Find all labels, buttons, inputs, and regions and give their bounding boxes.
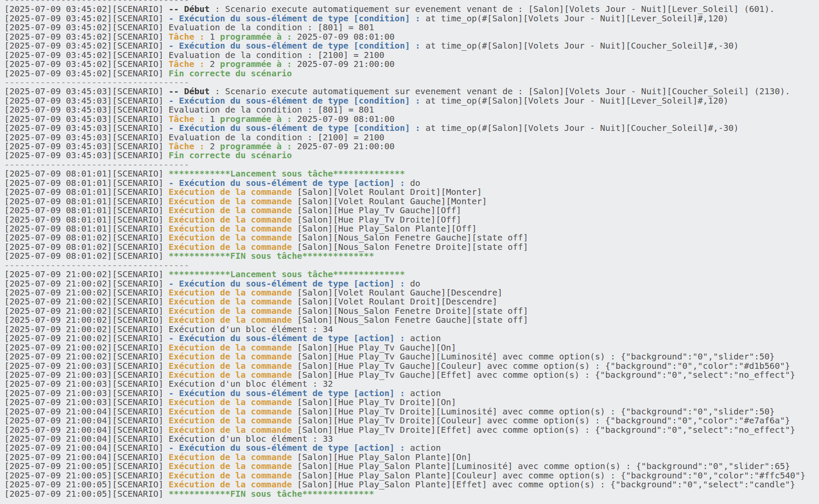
log-segment-d: 2025-07-09 21:00:00	[297, 59, 395, 69]
log-line: [2025-07-09 21:00:03][SCENARIO] Exécutio…	[4, 362, 805, 371]
log-segment-d: [2025-07-09 21:00:04][SCENARIO]	[4, 425, 168, 435]
log-line: [2025-07-09 21:00:04][SCENARIO] Exécutio…	[4, 453, 805, 462]
log-segment-d: [2025-07-09 21:00:05][SCENARIO]	[4, 489, 168, 499]
log-line: [2025-07-09 21:00:02][SCENARIO] Exécutio…	[4, 288, 805, 297]
log-segment-d: [Salon][Nous_Salon Fenetre Droite][state…	[297, 242, 528, 252]
scenario-log-view[interactable]: ------------------------------------[202…	[4, 0, 805, 498]
log-line: [2025-07-09 03:45:03][SCENARIO] - Exécut…	[4, 124, 805, 133]
log-line: [2025-07-09 03:45:02][SCENARIO] Evaluati…	[4, 51, 805, 60]
log-segment-d: [2025-07-09 21:00:02][SCENARIO]	[4, 324, 168, 334]
log-segment-d: [Salon][Hue Play_Salon Plante][On]	[297, 452, 471, 462]
log-segment-d: [2025-07-09 03:45:03][SCENARIO]	[4, 123, 168, 133]
log-segment-d: [Salon][Hue Play_Salon Plante][Off]	[297, 223, 476, 234]
log-line: [2025-07-09 21:00:05][SCENARIO] Exécutio…	[4, 471, 805, 480]
log-segment-d: [Salon][Volet Roulant Droit][Monter]	[297, 187, 482, 197]
log-segment-d: [2025-07-09 03:45:02][SCENARIO]	[4, 41, 168, 51]
log-segment-d: [2025-07-09 03:45:02][SCENARIO]	[4, 68, 168, 78]
log-line: [2025-07-09 21:00:03][SCENARIO] Exécutio…	[4, 371, 805, 379]
log-segment-o: Exécution de la commande	[168, 287, 297, 298]
log-line: [2025-07-09 21:00:04][SCENARIO] Exécutio…	[4, 416, 805, 425]
log-segment-d: [2025-07-09 03:45:03][SCENARIO]	[4, 150, 168, 160]
log-line: [2025-07-09 08:01:01][SCENARIO] Exécutio…	[4, 215, 805, 224]
log-segment-d: 1	[210, 114, 220, 124]
log-segment-d: [2025-07-09 21:00:04][SCENARIO]	[4, 434, 168, 444]
log-segment-d: action	[410, 388, 441, 398]
log-line: [2025-07-09 21:00:03][SCENARIO] - Exécut…	[4, 389, 805, 398]
log-segment-d: 2025-07-09 08:01:00	[297, 114, 395, 124]
log-segment-d: [Salon][Hue Play_Tv Gauche][Luminosité] …	[297, 351, 775, 362]
log-line: [2025-07-09 03:45:02][SCENARIO] Tâche : …	[4, 60, 805, 69]
log-segment-d: Evaluation de la condition : [801] = 801	[168, 22, 374, 32]
log-segment-o: Exécution de la commande	[168, 232, 297, 243]
log-line: [2025-07-09 03:45:02][SCENARIO] Evaluati…	[4, 23, 805, 32]
log-segment-o: Tâche :	[168, 114, 209, 124]
log-segment-g: ************Lancement sous tâche********…	[168, 269, 405, 279]
log-line: [2025-07-09 21:00:03][SCENARIO] Exécutio…	[4, 379, 805, 388]
log-segment-d: [2025-07-09 21:00:05][SCENARIO]	[4, 470, 168, 481]
log-segment-d: Evaluation de la condition : [801] = 801	[168, 104, 374, 115]
log-segment-d: [Salon][Hue Play_Tv Droite][Effet] avec …	[297, 425, 795, 435]
log-segment-d: [2025-07-09 08:01:01][SCENARIO]	[4, 205, 168, 215]
log-line: [2025-07-09 21:00:02][SCENARIO] Exécutio…	[4, 352, 805, 361]
log-segment-d: [2025-07-09 03:45:03][SCENARIO]	[4, 86, 168, 96]
log-line: [2025-07-09 21:00:02][SCENARIO] ********…	[4, 270, 805, 279]
log-line: [2025-07-09 21:00:05][SCENARIO] ********…	[4, 490, 805, 498]
log-segment-d: Exécution d'un bloc élément : 34	[168, 324, 333, 334]
log-line: [2025-07-09 21:00:02][SCENARIO] - Exécut…	[4, 279, 805, 288]
log-segment-d: 2	[210, 141, 220, 151]
log-segment-g: programmée à :	[220, 114, 297, 124]
log-segment-o: Exécution de la commande	[168, 470, 297, 481]
log-line: [2025-07-09 21:00:05][SCENARIO] Exécutio…	[4, 480, 805, 489]
log-segment-d: : Scenario execute automatiquement sur e…	[210, 86, 790, 96]
log-line: [2025-07-09 08:01:01][SCENARIO] ********…	[4, 169, 805, 178]
log-segment-d: [2025-07-09 03:45:02][SCENARIO]	[4, 22, 168, 32]
log-segment-d: [2025-07-09 03:45:02][SCENARIO]	[4, 32, 168, 42]
log-segment-o: Tâche :	[168, 32, 209, 42]
log-segment-d: [2025-07-09 21:00:04][SCENARIO]	[4, 452, 168, 462]
log-segment-d: Evaluation de la condition : [2100] = 21…	[168, 132, 384, 142]
log-segment-d: [Salon][Nous_Salon Fenetre Gauche][state…	[297, 315, 528, 325]
log-segment-o: Exécution de la commande	[168, 479, 297, 490]
log-segment-o: Tâche :	[168, 141, 209, 151]
log-segment-d: [2025-07-09 21:00:03][SCENARIO]	[4, 370, 168, 380]
log-segment-o: Exécution de la commande	[168, 187, 297, 197]
log-segment-d: [Salon][Hue Play_Tv Droite][Off]	[297, 214, 461, 225]
log-segment-o: Exécution de la commande	[168, 342, 297, 353]
log-segment-d: action	[410, 443, 441, 453]
log-segment-s: ------------------------------------	[4, 77, 189, 87]
log-segment-d: [Salon][Hue Play_Salon Plante][Couleur] …	[297, 470, 805, 481]
log-segment-d: [2025-07-09 21:00:02][SCENARIO]	[4, 351, 168, 362]
log-segment-d: 2	[210, 59, 220, 69]
log-segment-o: Exécution de la commande	[168, 242, 297, 252]
log-segment-d: [Salon][Hue Play_Salon Plante][Luminosit…	[297, 461, 790, 471]
log-segment-d: [Salon][Volet Roulant Droit][Descendre]	[297, 296, 497, 307]
log-segment-o: Exécution de la commande	[168, 214, 297, 225]
log-segment-d: 1	[210, 32, 220, 42]
log-segment-b: - Exécution du sous-élément de type [act…	[168, 388, 410, 398]
log-segment-d: action	[410, 333, 441, 343]
log-segment-d: [2025-07-09 21:00:04][SCENARIO]	[4, 415, 168, 426]
log-segment-d: [Salon][Hue Play_Tv Gauche][Effet] avec …	[297, 370, 795, 380]
log-segment-d: [2025-07-09 03:45:02][SCENARIO]	[4, 13, 168, 23]
log-segment-o: Exécution de la commande	[168, 351, 297, 362]
log-segment-g: Fin correcte du scénario	[168, 150, 292, 160]
log-segment-d: [2025-07-09 21:00:02][SCENARIO]	[4, 287, 168, 298]
log-segment-o: Exécution de la commande	[168, 296, 297, 307]
log-segment-d: [2025-07-09 21:00:03][SCENARIO]	[4, 361, 168, 371]
log-line: [2025-07-09 03:45:02][SCENARIO] - Exécut…	[4, 14, 805, 23]
log-segment-d: [2025-07-09 03:45:02][SCENARIO]	[4, 4, 168, 14]
log-segment-d: [Salon][Nous_Salon Fenetre Droite][state…	[297, 306, 528, 316]
log-segment-o: Exécution de la commande	[168, 461, 297, 471]
log-segment-d: 2025-07-09 08:01:00	[297, 32, 395, 42]
log-segment-o: Exécution de la commande	[168, 223, 297, 234]
log-segment-d: [2025-07-09 08:01:02][SCENARIO]	[4, 251, 168, 261]
log-segment-b: - Exécution du sous-élément de type [act…	[168, 278, 410, 289]
log-line: [2025-07-09 03:45:03][SCENARIO] Tâche : …	[4, 115, 805, 124]
log-line: [2025-07-09 21:00:04][SCENARIO] Exécutio…	[4, 407, 805, 416]
log-line: [2025-07-09 21:00:02][SCENARIO] Exécutio…	[4, 297, 805, 306]
log-segment-g: programmée à :	[220, 141, 297, 151]
log-segment-g: Fin correcte du scénario	[168, 68, 292, 78]
log-line: [2025-07-09 03:45:03][SCENARIO] Tâche : …	[4, 142, 805, 151]
log-segment-d: [2025-07-09 03:45:03][SCENARIO]	[4, 96, 168, 106]
log-segment-d: do	[410, 278, 420, 289]
